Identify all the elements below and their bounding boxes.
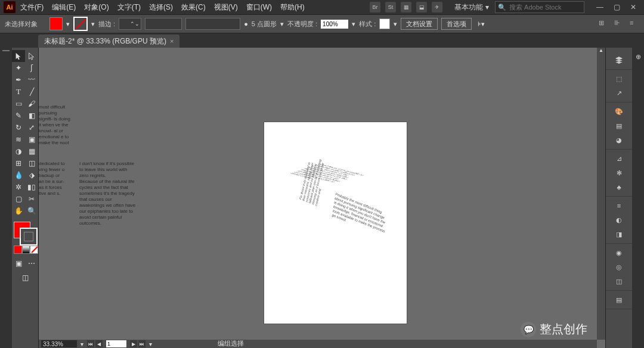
- brush-dd[interactable]: [185, 18, 240, 30]
- artboard-tool[interactable]: ▢: [12, 193, 25, 205]
- bridge-icon[interactable]: Br: [370, 2, 380, 13]
- type-tool[interactable]: T: [12, 86, 25, 98]
- color-guide-icon[interactable]: ◕: [614, 135, 624, 145]
- swatches-panel-icon[interactable]: ▤: [614, 120, 624, 131]
- graphic-styles-icon[interactable]: ◎: [614, 262, 624, 272]
- prev-artboard[interactable]: ◀: [95, 340, 103, 347]
- stroke-panel-icon[interactable]: ♣: [614, 182, 624, 192]
- color-mode[interactable]: [14, 246, 22, 254]
- width-tool[interactable]: ≋: [12, 133, 25, 145]
- blend-tool[interactable]: ⬗: [25, 169, 38, 181]
- prefs-button[interactable]: 首选项: [441, 18, 472, 30]
- lasso-tool[interactable]: ʃ: [25, 62, 38, 74]
- free-transform-tool[interactable]: ▣: [25, 133, 38, 145]
- hand-tool[interactable]: ✋: [12, 205, 25, 217]
- paintbrush-tool[interactable]: 🖌: [25, 98, 38, 110]
- doc-setup-button[interactable]: 文档设置: [401, 18, 438, 30]
- shaper-tool[interactable]: ✎: [12, 110, 25, 122]
- rotate-tool[interactable]: ↻: [12, 122, 25, 133]
- zoom-level[interactable]: 33.33%: [41, 340, 77, 347]
- menu-edit[interactable]: 编辑(E): [52, 2, 76, 13]
- magic-wand-tool[interactable]: ✦: [12, 62, 25, 74]
- pathfinder-panel-icon[interactable]: ◫: [614, 276, 624, 287]
- direct-selection-tool[interactable]: [25, 50, 38, 62]
- tab-close-icon[interactable]: ×: [170, 38, 174, 45]
- stock-icon[interactable]: St: [385, 2, 396, 13]
- gradient-tool[interactable]: ◫: [25, 157, 38, 169]
- stroke-swatch[interactable]: [73, 17, 88, 31]
- panel-menu-icon[interactable]: ≡: [630, 19, 639, 29]
- align-panel-icon[interactable]: ≡: [614, 200, 624, 211]
- mesh-tool[interactable]: ⊞: [12, 157, 25, 169]
- scale-tool[interactable]: ⤢: [25, 122, 38, 133]
- vertical-scrollbar[interactable]: ▲: [597, 48, 605, 340]
- menu-view[interactable]: 视图(V): [214, 2, 238, 13]
- stock-search[interactable]: 🔍: [495, 1, 584, 13]
- libraries-panel-icon[interactable]: ⬚: [614, 73, 624, 84]
- document-tab[interactable]: 未标题-2* @ 33.33% (RGB/GPU 预览) ×: [38, 35, 179, 48]
- stock-search-input[interactable]: [508, 3, 581, 11]
- symbols-panel-icon[interactable]: ✻: [614, 167, 624, 178]
- shape-builder-tool[interactable]: ◑: [12, 145, 25, 157]
- eraser-tool[interactable]: ◧: [25, 110, 38, 122]
- stroke-profile-dd[interactable]: [145, 18, 182, 30]
- minimize-button[interactable]: —: [593, 2, 607, 13]
- transparency-panel-icon[interactable]: ◨: [614, 229, 624, 240]
- perspective-tool[interactable]: ▦: [25, 145, 38, 157]
- graph-tool[interactable]: ▮▯: [25, 181, 38, 193]
- rectangle-tool[interactable]: ▭: [12, 98, 25, 110]
- curvature-tool[interactable]: 〰: [25, 74, 38, 86]
- zoom-dd-icon[interactable]: ▾: [80, 341, 83, 347]
- style-swatch[interactable]: [379, 18, 390, 29]
- brush-dd-icon[interactable]: ▾: [280, 20, 284, 28]
- style-dd-icon[interactable]: ▾: [394, 20, 397, 28]
- menu-object[interactable]: 对象(O): [84, 2, 109, 13]
- opacity-input[interactable]: 100%: [321, 20, 348, 29]
- menu-select[interactable]: 选择(S): [149, 2, 173, 13]
- first-artboard[interactable]: ⏮: [87, 340, 94, 347]
- color-panel-icon[interactable]: 🎨: [614, 106, 624, 117]
- canvas[interactable]: most difficult pursuing signifi- is doin…: [39, 48, 605, 348]
- snap-icon[interactable]: ⊪: [614, 19, 624, 29]
- artboard-nav-dd[interactable]: ▾: [149, 341, 152, 347]
- asset-export-icon[interactable]: ↗: [614, 88, 624, 98]
- none-mode[interactable]: [30, 246, 38, 254]
- menu-window[interactable]: 窗口(W): [246, 2, 272, 13]
- stroke-weight-input[interactable]: ⌃⌄: [119, 18, 141, 30]
- slice-tool[interactable]: ✂: [25, 193, 38, 205]
- brushes-panel-icon[interactable]: ⊿: [614, 153, 624, 164]
- transform-panel-icon[interactable]: ◐: [614, 215, 624, 225]
- fill-swatch[interactable]: [49, 17, 63, 30]
- gpu-icon[interactable]: ⬓: [416, 2, 427, 13]
- align-icon[interactable]: ⊧▾: [478, 20, 485, 28]
- opacity-dd-icon[interactable]: ▾: [352, 20, 355, 28]
- stroke-color[interactable]: [20, 228, 38, 246]
- workspace-switcher[interactable]: 基本功能▾: [454, 2, 489, 13]
- menu-text[interactable]: 文字(T): [117, 2, 141, 13]
- maximize-button[interactable]: ▢: [609, 2, 624, 13]
- next-artboard[interactable]: ▶: [130, 340, 137, 347]
- zoom-tool[interactable]: 🔍: [25, 205, 38, 217]
- last-artboard[interactable]: ⏭: [138, 340, 145, 347]
- symbol-sprayer-tool[interactable]: ✲: [12, 181, 25, 193]
- selection-tool[interactable]: [12, 50, 25, 62]
- gradient-mode[interactable]: [22, 246, 30, 254]
- fill-stroke-control[interactable]: [12, 220, 37, 244]
- draw-mode[interactable]: ◫: [12, 272, 38, 284]
- eyedropper-tool[interactable]: 💧: [12, 169, 25, 181]
- grid-icon[interactable]: ⊞: [599, 19, 608, 29]
- appearance-panel-icon[interactable]: ◉: [614, 247, 624, 258]
- pen-tool[interactable]: ✒: [12, 74, 25, 86]
- send-icon[interactable]: ✈: [432, 2, 442, 13]
- stroke-dropdown-icon[interactable]: ▾: [91, 20, 95, 28]
- screen-mode[interactable]: ▣: [12, 257, 25, 269]
- fill-dropdown-icon[interactable]: ▾: [66, 20, 70, 28]
- artboard-number[interactable]: 1: [106, 340, 126, 347]
- character-panel-icon[interactable]: ▤: [614, 294, 624, 305]
- close-button[interactable]: ✕: [626, 2, 640, 13]
- learn-panel-icon[interactable]: ⊕: [633, 51, 643, 62]
- layers-panel-icon[interactable]: [614, 55, 624, 66]
- line-tool[interactable]: ╱: [25, 86, 38, 98]
- menu-effect[interactable]: 效果(C): [181, 2, 206, 13]
- menu-help[interactable]: 帮助(H): [280, 2, 305, 13]
